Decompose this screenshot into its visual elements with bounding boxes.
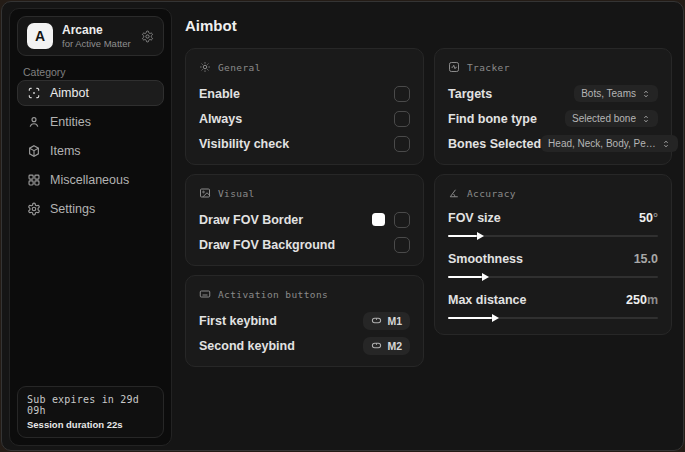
setting-row: Bones Selected Head, Neck, Body, Pe… <box>448 133 658 154</box>
app-logo: A <box>27 23 53 49</box>
visibility-check-checkbox[interactable] <box>394 136 410 152</box>
slider-group: FOV size 50° <box>448 209 658 240</box>
sidebar-item-miscellaneous[interactable]: Miscellaneous <box>17 167 164 193</box>
setting-row: Targets Bots, Teams <box>448 83 658 104</box>
select-value: Bots, Teams <box>581 88 636 99</box>
slider-group: Max distance 250m <box>448 291 658 322</box>
sidebar-item-label: Miscellaneous <box>50 173 129 187</box>
crosshair-scan-icon <box>27 86 41 100</box>
grid-icon <box>27 173 41 187</box>
slider-group: Smoothness 15.0 <box>448 250 658 281</box>
left-column: General Enable Always Visibility check V… <box>185 48 424 367</box>
setting-row: Draw FOV Background <box>199 234 410 255</box>
page-title: Aimbot <box>185 17 237 34</box>
draw-fov-background-checkbox[interactable] <box>394 237 410 253</box>
mouse-icon <box>371 315 382 326</box>
subscription-info: Sub expires in 29d 09h Session duration … <box>17 386 164 438</box>
sidebar-item-entities[interactable]: Entities <box>17 109 164 135</box>
sub-expiry-text: Sub expires in 29d 09h <box>27 394 154 416</box>
card-header-label: Visual <box>218 188 255 199</box>
card-header-label: Tracker <box>467 62 510 73</box>
max-distance-slider[interactable] <box>448 313 658 322</box>
slider-thumb <box>448 235 477 237</box>
tracker-card: Tracker Targets Bots, Teams Find bone ty… <box>434 48 672 165</box>
enable-checkbox[interactable] <box>394 86 410 102</box>
visual-card: Visual Draw FOV Border Draw FOV Backgrou… <box>185 174 424 266</box>
person-icon <box>27 115 41 129</box>
max-distance-value: 250m <box>626 293 658 307</box>
setting-row: Find bone type Selected bone <box>448 108 658 129</box>
keybind-value: M2 <box>387 340 402 352</box>
sidebar: A Arcane for Active Matter Category Aimb… <box>9 8 172 446</box>
bones-selected-select[interactable]: Head, Neck, Body, Pe… <box>541 135 678 152</box>
app-window: A Arcane for Active Matter Category Aimb… <box>1 1 684 451</box>
session-duration-text: Session duration 22s <box>27 419 154 430</box>
gear-icon <box>27 202 41 216</box>
sidebar-nav: Aimbot Entities Items Miscellaneous <box>17 80 164 225</box>
right-column: Tracker Targets Bots, Teams Find bone ty… <box>434 48 672 335</box>
chevrons-up-down-icon <box>641 114 651 124</box>
angle-icon <box>448 187 460 199</box>
setting-row: Second keybind M2 <box>199 335 410 356</box>
select-value: Head, Neck, Body, Pe… <box>548 138 656 149</box>
accuracy-card: Accuracy FOV size 50° Smoothness 15.0 <box>434 174 672 335</box>
setting-row: Draw FOV Border <box>199 209 410 230</box>
sidebar-item-label: Items <box>50 144 81 158</box>
sidebar-item-settings[interactable]: Settings <box>17 196 164 222</box>
setting-row: Enable <box>199 83 410 104</box>
second-keybind-button[interactable]: M2 <box>363 337 410 355</box>
keyboard-icon <box>199 288 211 300</box>
targets-select[interactable]: Bots, Teams <box>574 85 658 102</box>
card-header-label: Accuracy <box>467 188 516 199</box>
activation-buttons-card: Activation buttons First keybind M1 Seco… <box>185 275 424 367</box>
chevrons-up-down-icon <box>661 139 671 149</box>
slider-thumb <box>448 317 492 319</box>
fov-size-slider[interactable] <box>448 231 658 240</box>
setting-row: Visibility check <box>199 133 410 154</box>
app-title: Arcane <box>62 23 132 37</box>
fov-border-color-swatch[interactable] <box>372 213 385 226</box>
chevrons-up-down-icon <box>641 89 651 99</box>
sidebar-item-label: Entities <box>50 115 91 129</box>
setting-row: First keybind M1 <box>199 310 410 331</box>
keybind-value: M1 <box>387 315 402 327</box>
always-checkbox[interactable] <box>394 111 410 127</box>
gear-icon <box>141 30 154 43</box>
activity-icon <box>448 61 460 73</box>
smoothness-value: 15.0 <box>634 252 658 266</box>
sidebar-item-label: Settings <box>50 202 95 216</box>
find-bone-type-select[interactable]: Selected bone <box>565 110 658 127</box>
app-header: A Arcane for Active Matter <box>17 16 164 56</box>
sidebar-item-aimbot[interactable]: Aimbot <box>17 80 164 106</box>
category-label: Category <box>23 66 66 78</box>
image-icon <box>199 187 211 199</box>
fov-size-value: 50° <box>639 211 658 225</box>
first-keybind-button[interactable]: M1 <box>363 312 410 330</box>
mouse-icon <box>371 340 382 351</box>
general-card: General Enable Always Visibility check <box>185 48 424 165</box>
cube-icon <box>27 144 41 158</box>
smoothness-slider[interactable] <box>448 272 658 281</box>
draw-fov-border-checkbox[interactable] <box>394 212 410 228</box>
sidebar-item-items[interactable]: Items <box>17 138 164 164</box>
select-value: Selected bone <box>572 113 636 124</box>
setting-row: Always <box>199 108 410 129</box>
slider-thumb <box>448 276 482 278</box>
app-subtitle: for Active Matter <box>62 38 132 49</box>
sidebar-item-label: Aimbot <box>50 86 89 100</box>
settings-gear-button[interactable] <box>141 30 154 43</box>
sun-icon <box>199 61 211 73</box>
card-header-label: Activation buttons <box>218 289 328 300</box>
card-header-label: General <box>218 62 261 73</box>
